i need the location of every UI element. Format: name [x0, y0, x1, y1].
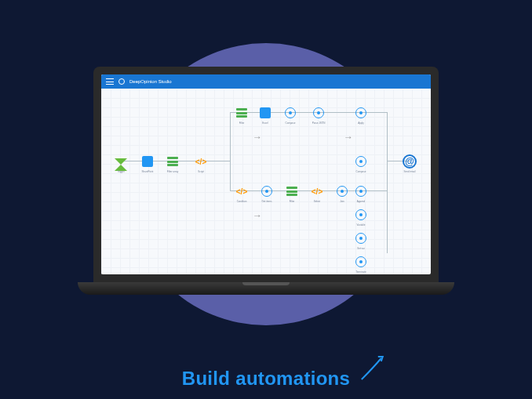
hourglass-icon	[115, 158, 127, 165]
workflow-node[interactable]: Append	[354, 184, 368, 198]
code-icon: </>	[312, 186, 322, 197]
email-icon: @	[403, 154, 417, 169]
filter-icon	[236, 108, 247, 118]
caption-text: Build automations	[182, 368, 350, 390]
workflow-node[interactable]: Apply	[354, 106, 368, 120]
curved-arrow-icon	[358, 352, 389, 383]
hamburger-icon[interactable]	[106, 78, 114, 85]
workflow-node-next[interactable]: →	[341, 129, 355, 143]
laptop-base	[78, 282, 454, 295]
step-icon	[355, 186, 366, 197]
workflow-node[interactable]: Compose	[283, 106, 297, 120]
step-icon	[355, 156, 366, 167]
arrow-icon: →	[344, 132, 353, 141]
code-icon: </>	[236, 186, 247, 197]
workflow-canvas[interactable]: Trigger SharePoint Filter array </> Scri…	[101, 89, 431, 274]
workflow-node[interactable]: Terminate	[354, 255, 368, 269]
filter-icon	[286, 187, 297, 196]
workflow-node[interactable]: </> Condition	[235, 184, 249, 198]
workflow-node-next[interactable]: →	[250, 129, 264, 143]
filter-icon	[167, 157, 178, 166]
app-titlebar: DeepOpinion Studio	[101, 74, 431, 89]
excel-icon	[260, 107, 271, 118]
workflow-node[interactable]: </> Select	[310, 184, 324, 198]
arrow-icon: →	[253, 210, 262, 219]
workflow-node-next[interactable]: →	[250, 208, 264, 222]
step-icon	[355, 107, 366, 118]
workflow-node[interactable]: Variable	[354, 208, 368, 222]
workflow-node-filter[interactable]: Filter array	[166, 154, 180, 169]
laptop-illustration: DeepOpinion Studio Trigger SharePoint	[78, 67, 454, 295]
step-icon	[313, 107, 324, 118]
app-window: DeepOpinion Studio Trigger SharePoint	[101, 74, 431, 274]
workflow-node[interactable]: Get items	[260, 184, 274, 198]
step-icon	[355, 233, 366, 244]
app-logo-icon	[118, 78, 125, 85]
step-icon	[261, 186, 272, 197]
workflow-node[interactable]: Filter	[285, 184, 299, 198]
workflow-node[interactable]: Parse JSON	[312, 106, 326, 120]
workflow-node[interactable]: Set var	[354, 231, 368, 245]
workflow-node-trigger[interactable]: Trigger	[114, 154, 128, 169]
step-icon	[355, 209, 366, 220]
step-icon	[285, 107, 296, 118]
sharepoint-icon	[142, 156, 153, 167]
laptop-screen: DeepOpinion Studio Trigger SharePoint	[93, 67, 439, 282]
step-icon	[337, 186, 348, 197]
hero-caption: Build automations	[182, 368, 350, 390]
workflow-node-script[interactable]: </> Script	[194, 154, 208, 169]
workflow-node[interactable]: Excel	[258, 106, 272, 120]
workflow-node[interactable]: Filter	[235, 106, 249, 120]
app-title: DeepOpinion Studio	[129, 79, 172, 84]
step-icon	[355, 256, 366, 267]
workflow-node-email[interactable]: @ Send email	[403, 154, 417, 169]
connector	[387, 112, 388, 253]
code-icon: </>	[195, 156, 206, 167]
workflow-node-sharepoint[interactable]: SharePoint	[140, 154, 155, 169]
workflow-node[interactable]: Compose	[354, 154, 368, 169]
arrow-icon: →	[253, 132, 262, 141]
workflow-node[interactable]: Join	[335, 184, 349, 198]
